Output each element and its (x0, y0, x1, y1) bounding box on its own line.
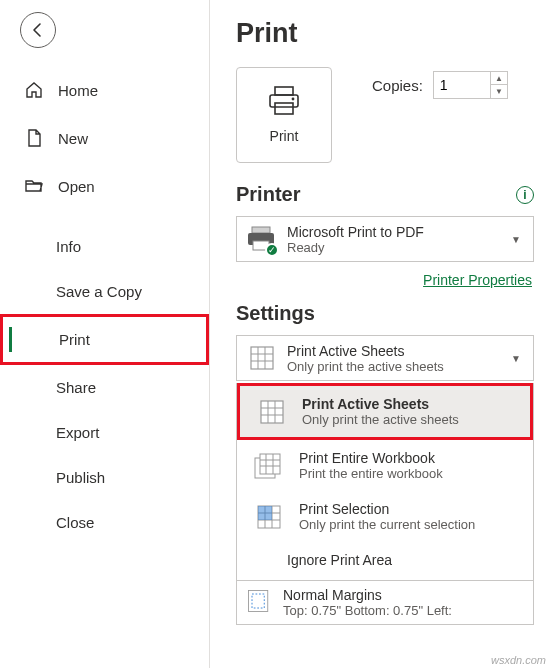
print-button-label: Print (270, 128, 299, 144)
copies-label: Copies: (372, 77, 423, 94)
chevron-down-icon: ▼ (507, 353, 525, 364)
copies-up-button[interactable]: ▲ (491, 72, 507, 85)
chevron-down-icon: ▼ (507, 234, 525, 245)
option-print-selection[interactable]: Print Selection Only print the current s… (237, 491, 533, 542)
print-what-dropdown[interactable]: Print Active Sheets Only print the activ… (236, 335, 534, 381)
option-print-active-sheets[interactable]: Print Active Sheets Only print the activ… (240, 386, 530, 437)
svg-rect-7 (251, 347, 273, 369)
page-title: Print (236, 18, 534, 49)
print-what-popup: Print Active Sheets Only print the activ… (236, 383, 534, 581)
option-title: Print Entire Workbook (299, 450, 443, 466)
printer-device-icon: ✓ (245, 223, 277, 255)
svg-rect-28 (258, 506, 272, 520)
printer-status: Ready (287, 240, 497, 255)
watermark: wsxdn.com (491, 654, 546, 666)
printer-icon (266, 86, 302, 116)
copies-spinner[interactable]: ▲ ▼ (433, 71, 508, 99)
print-button[interactable]: Print (236, 67, 332, 163)
margins-dropdown[interactable]: Normal Margins Top: 0.75" Bottom: 0.75" … (236, 581, 534, 625)
printer-header: Printer i (236, 183, 534, 206)
print-what-sub: Only print the active sheets (287, 359, 497, 374)
sidebar-item-print[interactable]: Print (0, 314, 209, 365)
ready-check-icon: ✓ (265, 243, 279, 257)
back-button[interactable] (20, 12, 56, 48)
sidebar-label: Open (58, 178, 95, 195)
svg-rect-18 (260, 454, 280, 474)
option-title: Print Active Sheets (302, 396, 459, 412)
main-panel: Print Print Copies: ▲ ▼ (210, 0, 552, 668)
sidebar-label: Home (58, 82, 98, 99)
sheets-icon (245, 342, 277, 374)
option-ignore-print-area[interactable]: Ignore Print Area (237, 542, 533, 580)
printer-info-icon[interactable]: i (516, 186, 534, 204)
svg-rect-2 (275, 103, 293, 114)
margins-sub: Top: 0.75" Bottom: 0.75" Left: (283, 603, 525, 618)
sidebar-item-share[interactable]: Share (0, 365, 209, 410)
copies-down-button[interactable]: ▼ (491, 85, 507, 98)
home-icon (24, 80, 44, 100)
folder-open-icon (24, 176, 44, 196)
settings-header: Settings (236, 302, 534, 325)
option-print-entire-workbook[interactable]: Print Entire Workbook Print the entire w… (237, 440, 533, 491)
sidebar-item-close[interactable]: Close (0, 500, 209, 545)
option-title: Print Selection (299, 501, 475, 517)
sidebar-item-new[interactable]: New (0, 114, 209, 162)
arrow-left-icon (30, 22, 46, 38)
copies-group: Copies: ▲ ▼ (372, 71, 508, 99)
document-icon (24, 128, 44, 148)
printer-properties-link[interactable]: Printer Properties (236, 272, 532, 288)
selection-icon (251, 502, 285, 532)
sidebar-item-publish[interactable]: Publish (0, 455, 209, 500)
print-what-title: Print Active Sheets (287, 343, 497, 359)
sidebar-item-home[interactable]: Home (0, 66, 209, 114)
sidebar-label: New (58, 130, 88, 147)
printer-dropdown[interactable]: ✓ Microsoft Print to PDF Ready ▼ (236, 216, 534, 262)
margins-icon (245, 587, 273, 618)
sidebar-item-save-copy[interactable]: Save a Copy (0, 269, 209, 314)
workbook-icon (251, 451, 285, 481)
svg-rect-12 (261, 401, 283, 423)
sheets-icon (254, 397, 288, 427)
sidebar-item-open[interactable]: Open (0, 162, 209, 210)
sidebar-item-info[interactable]: Info (0, 224, 209, 269)
svg-point-3 (292, 98, 295, 101)
sidebar: Home New Open Info Save a Copy Print Sha… (0, 0, 210, 668)
svg-rect-4 (252, 227, 270, 233)
sidebar-item-export[interactable]: Export (0, 410, 209, 455)
margins-title: Normal Margins (283, 587, 525, 603)
option-sub: Only print the active sheets (302, 412, 459, 427)
printer-name: Microsoft Print to PDF (287, 224, 497, 240)
svg-rect-0 (275, 87, 293, 95)
option-sub: Only print the current selection (299, 517, 475, 532)
option-sub: Print the entire workbook (299, 466, 443, 481)
copies-input[interactable] (434, 74, 490, 96)
